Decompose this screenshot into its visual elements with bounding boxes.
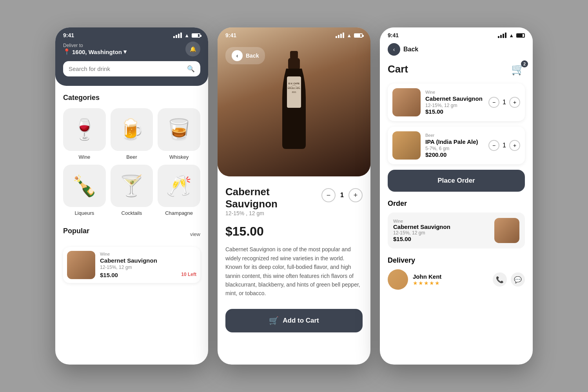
signal-icon: [173, 33, 182, 38]
popular-item-price: $15.00: [100, 272, 118, 278]
bell-button[interactable]: 🔔: [185, 42, 200, 56]
screen-product: 9:41 ▲ ‹ Back: [218, 27, 370, 365]
cocktails-label: Cocktails: [122, 210, 142, 216]
category-beer[interactable]: 🍺 Beer: [111, 108, 153, 160]
popular-item[interactable]: Wine Cabernet Sauvignon 12-15%, 12 gm $1…: [63, 247, 200, 283]
add-to-cart-button[interactable]: 🛒 Add to Cart: [225, 309, 363, 332]
cart-qty-1: 1: [503, 99, 506, 106]
cart-icon: 🛒: [269, 316, 279, 325]
wifi-icon-2: ▲: [347, 33, 352, 38]
product-name: CabernetSauvignon: [225, 186, 278, 210]
message-button[interactable]: 💬: [511, 272, 525, 287]
champagne-label: Champagne: [165, 210, 193, 216]
home-body: Categories 🍷 Wine 🍺 Beer 🥃: [55, 86, 208, 291]
cart-qty-decrease-1[interactable]: −: [488, 97, 499, 108]
delivery-avatar: [388, 269, 408, 290]
liqueurs-label: Liqueurs: [74, 210, 94, 216]
cart-item-1-name: Cabernet Sauvignon: [425, 95, 484, 102]
cart-qty-increase-1[interactable]: +: [509, 97, 520, 108]
quantity-decrease-button[interactable]: −: [321, 188, 336, 202]
cart-item-2-image: [392, 131, 421, 160]
time-1: 9:41: [63, 32, 74, 38]
wifi-icon: ▲: [184, 33, 189, 38]
cart-qty-controls-2: − 1 +: [488, 140, 520, 151]
quantity-increase-button[interactable]: +: [348, 188, 363, 202]
call-button[interactable]: 📞: [493, 272, 507, 287]
delivery-actions: 📞 💬: [493, 272, 525, 287]
cart-qty-decrease-2[interactable]: −: [488, 140, 499, 151]
categories-grid: 🍷 Wine 🍺 Beer 🥃 Whiskey: [63, 108, 200, 216]
popular-item-sub: 12-15%, 12 gm: [100, 265, 196, 270]
back-circle-icon: ‹: [232, 50, 243, 61]
cart-badge-wrap[interactable]: 🛒 2: [511, 63, 525, 76]
cart-item-2-name: IPA (India Pale Ale): [425, 138, 484, 145]
popular-item-image: [67, 251, 95, 279]
battery-icon: [192, 33, 200, 38]
status-icons-1: ▲: [173, 33, 200, 38]
cart-qty-increase-2[interactable]: +: [509, 140, 520, 151]
product-image-area: 9:41 ▲ ‹ Back: [218, 27, 370, 176]
wifi-icon-3: ▲: [509, 33, 514, 38]
back-button-2[interactable]: ‹ Back: [225, 47, 265, 64]
product-name-row: CabernetSauvignon 12-15% , 12 gm − 1 +: [225, 186, 363, 221]
popular-item-category: Wine: [100, 252, 196, 256]
place-order-button[interactable]: Place Order: [388, 170, 525, 192]
product-body: CabernetSauvignon 12-15% , 12 gm − 1 + $…: [218, 176, 370, 342]
time-3: 9:41: [388, 32, 399, 38]
screen-home: 9:41 ▲ Deliver to: [55, 27, 208, 365]
cart-item-1-info: Wine Cabernet Sauvignon 12-15%, 12 gm $1…: [425, 90, 484, 115]
search-input[interactable]: [69, 65, 184, 72]
back-label-3: Back: [403, 46, 418, 53]
signal-icon-2: [336, 33, 344, 38]
beer-label: Beer: [126, 154, 137, 160]
product-name-block: CabernetSauvignon 12-15% , 12 gm: [225, 186, 278, 221]
quantity-controls: − 1 +: [321, 188, 363, 202]
quantity-value: 1: [340, 192, 344, 199]
popular-item-stock: 10 Left: [181, 272, 196, 277]
status-bar-3: 9:41 ▲: [380, 27, 533, 43]
order-item-sub: 12-15%, 12 gm: [393, 230, 450, 236]
whiskey-icon-box: 🥃: [158, 108, 200, 151]
battery-icon-2: [354, 33, 363, 38]
popular-header: Popular view: [63, 227, 200, 241]
view-link[interactable]: view: [190, 231, 200, 237]
liqueur-icon: 🍾: [72, 174, 97, 198]
whiskey-icon: 🥃: [166, 118, 192, 142]
order-item-name: Cabernet Sauvignon: [393, 223, 450, 230]
svg-rect-1: [288, 58, 300, 70]
battery-icon-3: [516, 33, 525, 38]
cocktails-icon-box: 🍸: [111, 165, 153, 207]
search-bar[interactable]: 🔍: [63, 61, 200, 76]
order-item-price: $15.00: [393, 236, 450, 242]
category-champagne[interactable]: 🥂 Champagne: [158, 165, 200, 216]
categories-title: Categories: [63, 94, 200, 102]
cart-title-row: Cart 🛒 2: [388, 63, 525, 76]
category-liqueurs[interactable]: 🍾 Liqueurs: [63, 165, 106, 216]
cart-count-badge: 2: [521, 60, 528, 67]
category-whiskey[interactable]: 🥃 Whiskey: [158, 108, 200, 160]
product-price: $15.00: [225, 224, 363, 239]
svg-rect-0: [290, 51, 298, 59]
cart-item-2: Beer IPA (India Pale Ale) 5-7%, 6 gm $20…: [388, 127, 525, 164]
product-description: Cabernet Sauvignon is one of the most po…: [225, 245, 363, 298]
home-header: 9:41 ▲ Deliver to: [55, 27, 208, 86]
category-wine[interactable]: 🍷 Wine: [63, 108, 106, 160]
search-icon: 🔍: [187, 65, 195, 73]
popular-item-info: Wine Cabernet Sauvignon 12-15%, 12 gm $1…: [100, 252, 196, 278]
signal-icon-3: [498, 33, 506, 38]
deliver-address[interactable]: 📍 1600, Washington ▾: [63, 48, 127, 55]
cart-body: ‹ Back Cart 🛒 2 Wine Cabernet Sauvignon …: [380, 43, 533, 298]
order-card: Wine Cabernet Sauvignon 12-15%, 12 gm $1…: [388, 212, 525, 249]
popular-item-name: Cabernet Sauvignon: [100, 257, 196, 264]
wine-bottle-illustration: D.V. CATE MALBEC-MAL 2021: [278, 51, 310, 153]
cart-item-2-category: Beer: [425, 133, 484, 138]
order-card-image: [494, 218, 519, 243]
category-cocktails[interactable]: 🍸 Cocktails: [111, 165, 153, 216]
back-row-3[interactable]: ‹ Back: [388, 43, 525, 56]
wine-icon: 🍷: [72, 118, 97, 142]
cart-item-1-price: $15.00: [425, 108, 484, 115]
whiskey-label: Whiskey: [169, 154, 189, 160]
champagne-icon-box: 🥂: [158, 165, 200, 207]
cart-item-2-price: $200.00: [425, 151, 484, 158]
cart-item-1: Wine Cabernet Sauvignon 12-15%, 12 gm $1…: [388, 83, 525, 121]
